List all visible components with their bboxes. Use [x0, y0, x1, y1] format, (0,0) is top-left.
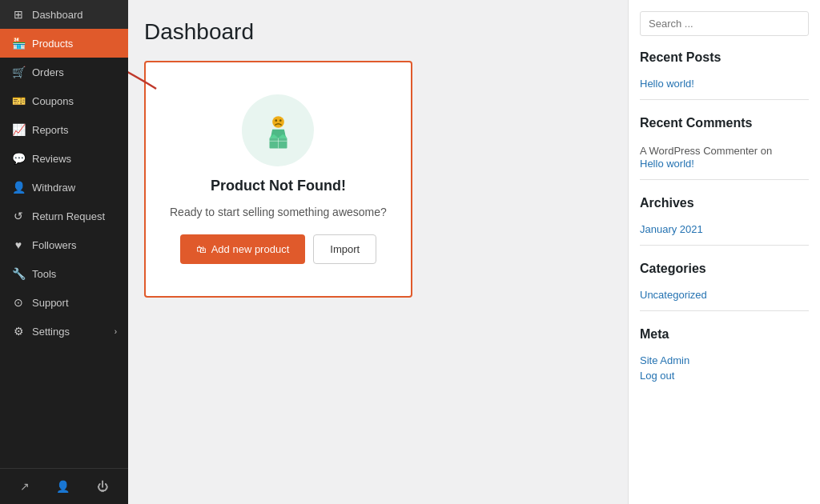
sidebar-item-dashboard[interactable]: ⊞ Dashboard	[0, 0, 128, 29]
sidebar-item-label: Dashboard	[32, 9, 83, 21]
sidebar-item-label: Tools	[32, 268, 56, 280]
followers-icon: ♥	[11, 238, 26, 251]
sidebar: ⊞ Dashboard 🏪 Products 🛒 Orders 🎫 Coupon…	[0, 0, 128, 504]
widget-link[interactable]: January 2021	[640, 223, 809, 235]
product-not-found-desc: Ready to start selling something awesome…	[170, 206, 387, 218]
add-new-product-button[interactable]: 🛍 Add new product	[180, 234, 306, 264]
widget-title-categories: Categories	[640, 262, 809, 281]
withdraw-icon: 👤	[11, 181, 26, 194]
right-sidebar: Recent PostsHello world!Recent CommentsA…	[628, 0, 820, 504]
comment-link[interactable]: Hello world!	[640, 158, 809, 170]
widget-link[interactable]: Log out	[640, 370, 809, 382]
widget-recent-posts: Recent PostsHello world!	[640, 50, 809, 100]
svg-point-2	[275, 119, 277, 122]
settings-icon: ⚙	[11, 325, 26, 338]
widget-link[interactable]: Uncategorized	[640, 289, 809, 301]
product-not-found-title: Product Not Found!	[211, 178, 346, 194]
sidebar-item-coupons[interactable]: 🎫 Coupons	[0, 86, 128, 115]
page-title: Dashboard	[144, 19, 612, 45]
widget-title-recent-posts: Recent Posts	[640, 50, 809, 70]
tools-icon: 🔧	[11, 267, 26, 280]
widget-categories: CategoriesUncategorized	[640, 262, 809, 311]
sidebar-item-orders[interactable]: 🛒 Orders	[0, 58, 128, 86]
sidebar-item-label: Settings	[32, 326, 70, 338]
reviews-icon: 💬	[11, 152, 26, 165]
sidebar-item-label: Orders	[32, 66, 64, 78]
sidebar-item-products[interactable]: 🏪 Products	[0, 29, 128, 58]
sidebar-item-label: Support	[32, 297, 69, 309]
sidebar-item-label: Coupons	[32, 95, 74, 107]
coupons-icon: 🎫	[11, 94, 26, 107]
products-icon: 🏪	[11, 37, 26, 50]
sidebar-item-support[interactable]: ⊙ Support	[0, 288, 128, 317]
reports-icon: 📈	[11, 123, 26, 136]
return-request-icon: ↺	[11, 210, 26, 222]
sidebar-footer: ↗ 👤 ⏻	[0, 468, 128, 504]
sidebar-item-label: Return Request	[32, 210, 105, 222]
bag-icon: 🛍	[196, 243, 207, 255]
product-not-found-card: Product Not Found! Ready to start sellin…	[144, 61, 412, 298]
sidebar-item-followers[interactable]: ♥ Followers	[0, 230, 128, 259]
sidebar-item-label: Reviews	[32, 153, 71, 165]
widget-link[interactable]: Site Admin	[640, 354, 809, 366]
sidebar-item-settings[interactable]: ⚙ Settings ›	[0, 317, 128, 346]
sidebar-item-tools[interactable]: 🔧 Tools	[0, 259, 128, 288]
sidebar-item-label: Products	[32, 38, 73, 50]
support-icon: ⊙	[11, 296, 26, 309]
dashboard-icon: ⊞	[11, 8, 26, 21]
import-button[interactable]: Import	[313, 234, 376, 264]
sidebar-item-reports[interactable]: 📈 Reports	[0, 115, 128, 144]
sidebar-item-label: Reports	[32, 124, 69, 136]
sidebar-item-label: Withdraw	[32, 182, 75, 194]
user-icon[interactable]: 👤	[53, 477, 73, 496]
main-wrapper: Dashboard	[128, 0, 820, 504]
widget-title-archives: Archives	[640, 196, 809, 215]
comment-author: A WordPress Commenter on	[640, 145, 772, 157]
orders-icon: 🛒	[11, 66, 26, 78]
external-link-icon[interactable]: ↗	[17, 477, 33, 496]
widget-archives: ArchivesJanuary 2021	[640, 196, 809, 246]
widget-link[interactable]: Hello world!	[640, 78, 809, 90]
widget-title-recent-comments: Recent Comments	[640, 116, 809, 135]
card-buttons: 🛍 Add new product Import	[180, 234, 376, 264]
sidebar-item-withdraw[interactable]: 👤 Withdraw	[0, 173, 128, 202]
widget-recent-comments: Recent CommentsA WordPress Commenter on …	[640, 116, 809, 180]
power-icon[interactable]: ⏻	[94, 477, 111, 496]
sidebar-item-return-request[interactable]: ↺ Return Request	[0, 202, 128, 230]
widget-title-meta: Meta	[640, 327, 809, 346]
chevron-right-icon: ›	[115, 327, 117, 336]
svg-point-1	[272, 116, 284, 128]
widget-meta: MetaSite AdminLog out	[640, 327, 809, 382]
sidebar-item-reviews[interactable]: 💬 Reviews	[0, 144, 128, 173]
page-area: Dashboard	[128, 0, 628, 504]
svg-point-3	[279, 119, 282, 122]
sidebar-item-label: Followers	[32, 239, 77, 251]
search-input[interactable]	[640, 11, 809, 36]
main-content: Dashboard	[128, 0, 820, 504]
product-empty-icon	[242, 94, 314, 166]
